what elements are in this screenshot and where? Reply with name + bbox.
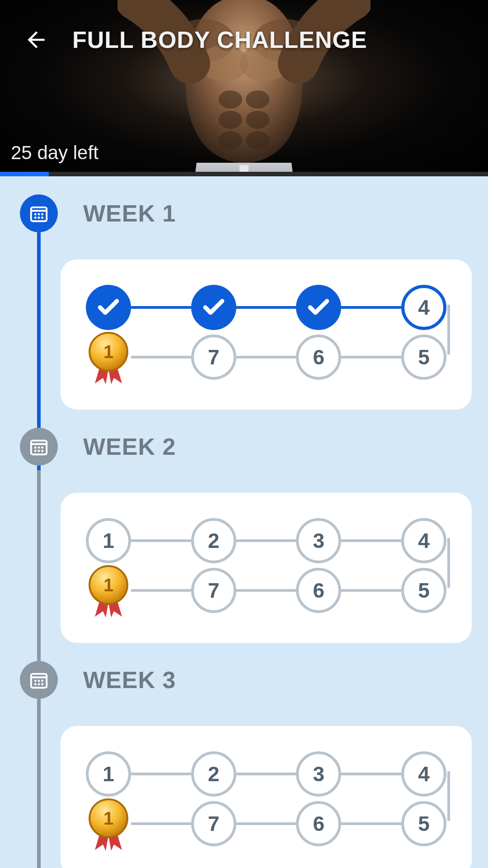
- day-node-7[interactable]: 7: [191, 801, 236, 846]
- week-badge: [20, 194, 58, 232]
- day-connector: [236, 539, 296, 542]
- week-badge: [20, 428, 58, 466]
- day-connector: [131, 589, 191, 592]
- check-icon: [306, 295, 331, 320]
- day-connector: [341, 773, 401, 775]
- week-block: WEEK 3 1234 1 765: [0, 643, 472, 868]
- svg-point-15: [41, 213, 43, 215]
- day-connector: [131, 306, 191, 309]
- svg-point-39: [38, 683, 40, 685]
- day-connector: [341, 539, 401, 542]
- day-node-6[interactable]: 6: [296, 568, 341, 613]
- day-node-3[interactable]: [296, 285, 341, 330]
- calendar-icon: [28, 436, 49, 457]
- day-node-1[interactable]: [86, 285, 131, 330]
- svg-point-13: [34, 213, 37, 215]
- day-node-2[interactable]: 2: [191, 751, 236, 797]
- day-node-7[interactable]: 7: [191, 568, 236, 613]
- days-left-label: 25 day left: [11, 142, 99, 164]
- day-node-6[interactable]: 6: [296, 801, 341, 846]
- day-node-3[interactable]: 3: [296, 518, 341, 563]
- back-button[interactable]: [18, 22, 54, 58]
- day-node-1[interactable]: 1: [86, 751, 131, 797]
- day-node-5[interactable]: 5: [401, 801, 446, 846]
- day-connector-vertical: [447, 538, 450, 588]
- week-badge: [20, 661, 58, 699]
- week-block: WEEK 1 4 1 765: [0, 176, 472, 410]
- day-connector: [236, 773, 296, 775]
- svg-point-26: [41, 446, 43, 448]
- day-node-4[interactable]: 4: [401, 285, 446, 330]
- week-header: WEEK 1: [0, 194, 472, 232]
- day-connector: [236, 589, 296, 592]
- day-node-4[interactable]: 4: [401, 518, 446, 563]
- check-icon: [201, 295, 226, 320]
- svg-point-35: [34, 679, 37, 682]
- svg-point-5: [246, 90, 269, 108]
- day-connector-vertical: [447, 771, 450, 821]
- day-node-4[interactable]: 4: [401, 751, 446, 797]
- day-node-5[interactable]: 5: [401, 335, 446, 380]
- day-connector: [131, 773, 191, 775]
- medal-icon: 1: [86, 563, 131, 618]
- day-node-7[interactable]: 7: [191, 335, 236, 380]
- medal-icon: 1: [86, 330, 131, 384]
- svg-point-8: [219, 131, 242, 149]
- week-block: WEEK 2 1234 1 765: [0, 410, 472, 643]
- timeline: WEEK 1 4 1 765: [0, 176, 488, 868]
- day-connector: [131, 822, 191, 825]
- svg-text:1: 1: [103, 342, 113, 362]
- day-node-1[interactable]: 1: [86, 518, 131, 563]
- svg-point-36: [38, 679, 40, 682]
- svg-point-40: [41, 683, 43, 685]
- day-connector: [236, 822, 296, 825]
- week-row-top: 1234: [86, 751, 446, 797]
- svg-text:1: 1: [103, 808, 113, 828]
- svg-point-28: [38, 450, 40, 452]
- svg-point-16: [34, 217, 37, 219]
- svg-point-18: [41, 217, 43, 219]
- arrow-left-icon: [23, 27, 49, 52]
- week-label: WEEK 2: [83, 433, 176, 460]
- day-node-2[interactable]: [191, 285, 236, 330]
- day-connector: [341, 356, 401, 359]
- svg-point-4: [219, 90, 242, 108]
- page-title: FULL BODY CHALLENGE: [72, 26, 367, 53]
- week-card[interactable]: 4 1 765: [61, 259, 472, 410]
- week-card[interactable]: 1234 1 765: [61, 493, 472, 643]
- svg-point-17: [38, 217, 40, 219]
- svg-point-37: [41, 679, 43, 682]
- svg-point-6: [219, 111, 242, 129]
- day-connector: [341, 589, 401, 592]
- day-node-3[interactable]: 3: [296, 751, 341, 797]
- svg-point-38: [34, 683, 37, 685]
- svg-point-7: [246, 111, 269, 129]
- day-connector-vertical: [447, 305, 450, 354]
- week-label: WEEK 1: [83, 200, 176, 227]
- calendar-icon: [28, 670, 49, 690]
- day-node-5[interactable]: 5: [401, 568, 446, 613]
- progress-fill: [0, 172, 49, 176]
- svg-point-25: [38, 446, 40, 448]
- week-row-top: 4: [86, 285, 446, 330]
- svg-point-9: [246, 131, 269, 149]
- header: FULL BODY CHALLENGE 25 day left: [0, 0, 488, 176]
- day-connector: [236, 306, 296, 309]
- week-header: WEEK 2: [0, 428, 472, 466]
- svg-point-24: [34, 446, 37, 448]
- day-connector: [341, 822, 401, 825]
- day-node-6[interactable]: 6: [296, 335, 341, 380]
- svg-point-27: [34, 450, 37, 452]
- week-row-top: 1234: [86, 518, 446, 563]
- medal-icon: 1: [86, 797, 131, 851]
- svg-point-14: [38, 213, 40, 215]
- svg-text:1: 1: [103, 575, 113, 595]
- day-node-2[interactable]: 2: [191, 518, 236, 563]
- week-card[interactable]: 1234 1 765: [61, 726, 472, 868]
- week-row-bottom: 1 765: [86, 563, 446, 618]
- progress-bar: [0, 172, 488, 176]
- check-icon: [96, 295, 121, 320]
- calendar-icon: [28, 203, 49, 224]
- day-connector: [341, 306, 401, 309]
- week-header: WEEK 3: [0, 661, 472, 699]
